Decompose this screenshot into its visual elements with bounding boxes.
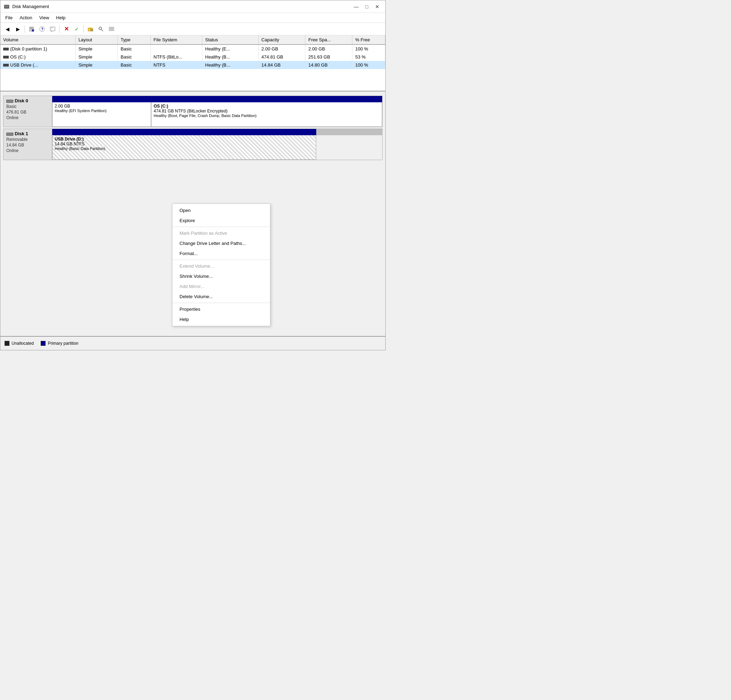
ctx-item-6[interactable]: Shrink Volume... (173, 271, 270, 281)
ctx-separator-4 (173, 259, 270, 260)
disk-area-wrapper: Disk 0Basic476.81 GBOnline2.00 GBHealthy… (0, 91, 385, 350)
svg-rect-7 (30, 29, 32, 30)
ctx-separator-8 (173, 303, 270, 303)
forward-button[interactable]: ▶ (13, 24, 23, 34)
ctx-item-5: Extend Volume... (173, 261, 270, 271)
disk-label-1: Disk 1Removable14.84 GBOnline (3, 129, 52, 160)
svg-text:?: ? (32, 29, 34, 32)
svg-rect-22 (109, 27, 114, 28)
partition-size-1-0: 14.84 GB NTFS (55, 142, 314, 146)
svg-line-20 (101, 29, 103, 31)
check-button[interactable]: ✓ (72, 24, 82, 34)
context-menu: OpenExploreMark Partition as ActiveChang… (172, 204, 270, 326)
ctx-item-0[interactable]: Open (173, 205, 270, 215)
status-bar: Unallocated Primary partition (0, 336, 385, 350)
toolbar-separator-3 (84, 25, 84, 33)
search-icon (98, 26, 104, 32)
disk-name-0: Disk 0 (6, 98, 49, 103)
list-view-button[interactable] (107, 24, 116, 34)
menu-view[interactable]: View (36, 14, 53, 21)
legend-unallocated-box (4, 341, 9, 346)
col-header-type[interactable]: Type (118, 35, 151, 44)
ctx-item-8[interactable]: Delete Volume... (173, 291, 270, 302)
disk-icon (6, 131, 15, 136)
main-window: Disk Management — □ ✕ File Action View H… (0, 0, 386, 350)
svg-rect-14 (51, 28, 53, 28)
window-title: Disk Management (12, 4, 49, 9)
disk-icon-small (3, 56, 9, 59)
delete-button[interactable]: ✕ (62, 24, 71, 34)
disk-icon-small (3, 48, 9, 50)
legend-unallocated: Unallocated (4, 341, 34, 346)
partition-1-0[interactable]: USB Drive (D:)14.84 GB NTFSHealthy (Basi… (52, 135, 316, 160)
legend-primary-label: Primary partition (48, 341, 78, 346)
legend-primary-box (41, 341, 46, 346)
partition-status-0-0: Healthy (EFI System Partition) (55, 108, 149, 113)
disk-type-0: Basic (6, 104, 49, 109)
minimize-button[interactable]: — (352, 2, 361, 11)
volume-table-area: Volume Layout Type File System Status Ca… (0, 35, 385, 91)
partition-size-0-0: 2.00 GB (55, 104, 149, 108)
legend-primary: Primary partition (41, 341, 78, 346)
title-bar: Disk Management — □ ✕ (0, 0, 385, 13)
disk-icon-small (3, 64, 9, 67)
menu-action[interactable]: Action (16, 14, 36, 21)
title-buttons: — □ ✕ (352, 2, 382, 11)
ctx-item-7: Add Mirror... (173, 281, 270, 291)
svg-point-21 (100, 28, 101, 29)
console-icon (50, 26, 56, 32)
help-button[interactable]: ? (37, 24, 47, 34)
ctx-item-1[interactable]: Explore (173, 215, 270, 226)
disk-parts-row-0: 2.00 GBHealthy (EFI System Partition)OS … (52, 102, 382, 127)
toolbar-separator-2 (59, 25, 60, 33)
svg-text:?: ? (41, 27, 44, 31)
partition-0-1[interactable]: OS (C:)474.81 GB NTFS (BitLocker Encrypt… (151, 102, 382, 127)
partition-size-0-1: 474.81 GB NTFS (BitLocker Encrypted) (154, 108, 380, 114)
disk-status-0: Online (6, 115, 49, 120)
partition-status-1-0: Healthy (Basic Data Partition) (55, 146, 314, 151)
ctx-separator-1 (173, 227, 270, 227)
ctx-item-9[interactable]: Properties (173, 304, 270, 314)
col-header-fs[interactable]: File System (150, 35, 202, 44)
partition-status-0-1: Healthy (Boot, Page File, Crash Dump, Ba… (154, 114, 380, 118)
ctx-item-3[interactable]: Change Drive Letter and Paths... (173, 238, 270, 248)
table-row[interactable]: (Disk 0 partition 1)SimpleBasicHealthy (… (0, 44, 385, 53)
back-button[interactable]: ◀ (3, 24, 12, 34)
list-view-icon (109, 26, 114, 32)
partition-0-0[interactable]: 2.00 GBHealthy (EFI System Partition) (52, 102, 151, 127)
table-header-row: Volume Layout Type File System Status Ca… (0, 35, 385, 44)
disk-header-bar-0 (52, 96, 382, 102)
table-row[interactable]: USB Drive (...SimpleBasicNTFSHealthy (B.… (0, 61, 385, 69)
svg-rect-3 (7, 8, 8, 9)
col-header-volume[interactable]: Volume (0, 35, 75, 44)
menu-file[interactable]: File (2, 14, 16, 21)
close-button[interactable]: ✕ (373, 2, 382, 11)
menu-help[interactable]: Help (53, 14, 69, 21)
disk-partitions-1: USB Drive (D:)14.84 GB NTFSHealthy (Basi… (52, 129, 383, 160)
col-header-status[interactable]: Status (202, 35, 259, 44)
col-header-layout[interactable]: Layout (75, 35, 117, 44)
svg-rect-6 (30, 29, 33, 29)
disk-size-0: 476.81 GB (6, 110, 49, 114)
disk-parts-row-1: USB Drive (D:)14.84 GB NTFSHealthy (Basi… (52, 135, 382, 160)
menu-bar: File Action View Help (0, 13, 385, 23)
col-header-free[interactable]: Free Spa... (305, 35, 352, 44)
ctx-item-10[interactable]: Help (173, 314, 270, 324)
svg-rect-2 (5, 8, 6, 9)
toolbar: ◀ ▶ ? ? (0, 23, 385, 35)
col-header-capacity[interactable]: Capacity (258, 35, 305, 44)
app-icon (4, 4, 9, 9)
console-button[interactable] (48, 24, 57, 34)
ctx-item-4[interactable]: Format... (173, 248, 270, 259)
folder-button[interactable] (85, 24, 95, 34)
disk-header-bar-1 (52, 129, 382, 135)
ctx-item-2: Mark Partition as Active (173, 228, 270, 238)
table-row[interactable]: OS (C:)SimpleBasicNTFS (BitLo...Healthy … (0, 53, 385, 61)
col-header-pct[interactable]: % Free (352, 35, 385, 44)
legend-unallocated-label: Unallocated (12, 341, 34, 346)
maximize-button[interactable]: □ (362, 2, 371, 11)
disk-partitions-0: 2.00 GBHealthy (EFI System Partition)OS … (52, 96, 383, 127)
svg-rect-1 (4, 5, 9, 8)
properties-button[interactable]: ? (26, 24, 37, 34)
search-button[interactable] (96, 24, 106, 34)
